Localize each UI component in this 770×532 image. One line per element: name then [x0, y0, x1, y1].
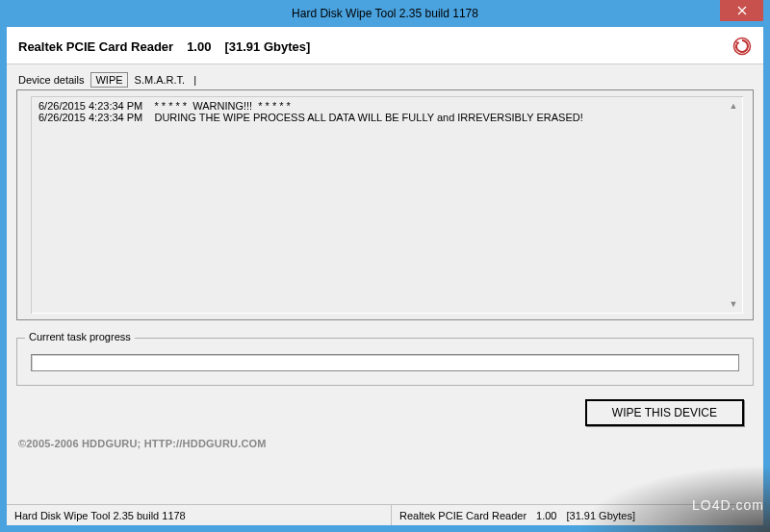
window-title: Hard Disk Wipe Tool 2.35 build 1178: [292, 7, 478, 20]
device-header: Realtek PCIE Card Reader 1.00 [31.91 Gby…: [7, 27, 763, 64]
copyright-text: ©2005-2006 HDDGURU; HTTP://HDDGURU.COM: [16, 434, 754, 457]
statusbar: Hard Disk Wipe Tool 2.35 build 1178 Real…: [7, 504, 763, 525]
status-size: [31.91 Gbytes]: [566, 510, 635, 521]
tab-strip: Device details WIPE S.M.A.R.T. |: [16, 72, 754, 88]
app-window: Hard Disk Wipe Tool 2.35 build 1178 Real…: [0, 0, 770, 532]
action-row: WIPE THIS DEVICE: [16, 395, 754, 434]
log-line: 6/26/2015 4:23:34 PM * * * * * WARNING!!…: [38, 100, 726, 112]
tab-smart[interactable]: S.M.A.R.T.: [133, 72, 188, 88]
progress-bar: [31, 354, 739, 371]
log-panel: 6/26/2015 4:23:34 PM * * * * * WARNING!!…: [16, 89, 754, 320]
tab-device-details[interactable]: Device details: [16, 72, 86, 88]
status-version: 1.00: [536, 510, 556, 521]
titlebar[interactable]: Hard Disk Wipe Tool 2.35 build 1178: [7, 0, 763, 27]
device-size: [31.91 Gbytes]: [224, 39, 310, 54]
close-icon: [737, 6, 747, 15]
device-info: Realtek PCIE Card Reader 1.00 [31.91 Gby…: [18, 39, 310, 54]
device-version: 1.00: [187, 39, 211, 54]
progress-group: Current task progress: [16, 338, 754, 386]
progress-legend: Current task progress: [25, 331, 135, 342]
content-area: Device details WIPE S.M.A.R.T. | 6/26/20…: [7, 64, 763, 504]
tab-end-bracket: |: [192, 72, 198, 88]
scroll-up-icon[interactable]: ▲: [728, 100, 739, 112]
refresh-icon[interactable]: [732, 37, 752, 56]
scroll-down-icon[interactable]: ▼: [728, 298, 739, 310]
wipe-device-button[interactable]: WIPE THIS DEVICE: [585, 399, 744, 426]
status-device: Realtek PCIE Card Reader: [399, 510, 526, 521]
status-right: Realtek PCIE Card Reader 1.00 [31.91 Gby…: [392, 505, 763, 525]
log-text-area[interactable]: 6/26/2015 4:23:34 PM * * * * * WARNING!!…: [31, 96, 743, 314]
device-name: Realtek PCIE Card Reader: [18, 39, 173, 54]
tab-wipe[interactable]: WIPE: [90, 72, 127, 88]
close-button[interactable]: [720, 0, 763, 21]
status-left: Hard Disk Wipe Tool 2.35 build 1178: [7, 505, 392, 525]
log-line: 6/26/2015 4:23:34 PM DURING THE WIPE PRO…: [38, 112, 726, 123]
